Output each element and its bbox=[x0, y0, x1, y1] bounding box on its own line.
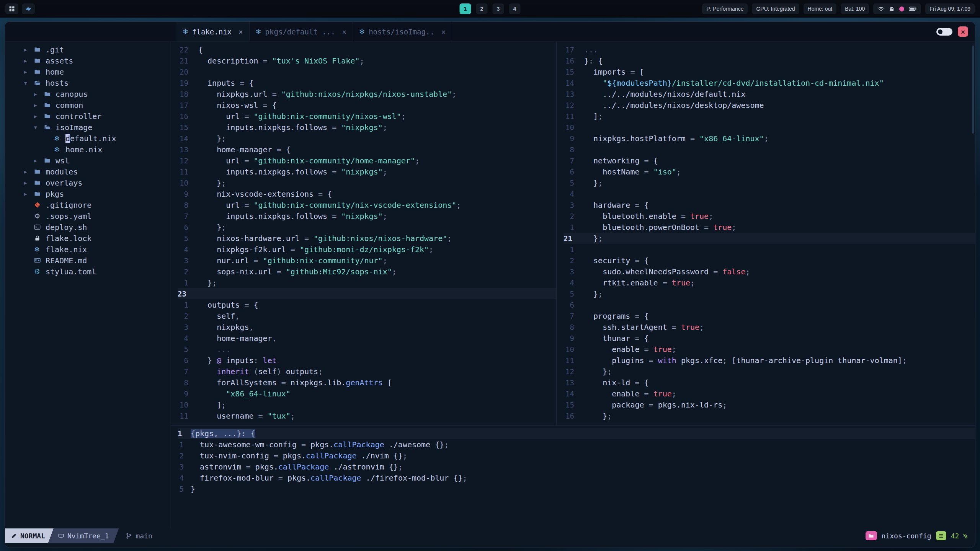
window-close-button[interactable]: × bbox=[958, 26, 968, 37]
code-line[interactable]: 13 ../../modules/nixos/default.nix bbox=[564, 88, 975, 99]
code-line[interactable]: 13 nix-ld = { bbox=[564, 377, 975, 388]
code-line[interactable]: 6 }; bbox=[178, 222, 556, 233]
code-line[interactable]: 11 username = "tux"; bbox=[178, 410, 556, 421]
code-line[interactable]: 6 } @ inputs: let bbox=[178, 355, 556, 366]
code-line[interactable]: 11 inputs.nixpkgs.follows = "nixpkgs"; bbox=[178, 166, 556, 177]
code-line[interactable]: 4 rtkit.enable = true; bbox=[564, 277, 975, 288]
tree-item-wsl[interactable]: ▸wsl bbox=[5, 155, 170, 166]
battery-icon[interactable] bbox=[909, 7, 916, 11]
workspace-button-3[interactable]: 3 bbox=[493, 3, 504, 14]
code-line[interactable]: 3 sudo.wheelNeedsPassword = false; bbox=[564, 266, 975, 277]
code-line[interactable]: 5 }; bbox=[564, 177, 975, 188]
tree-item-modules[interactable]: ▸modules bbox=[5, 166, 170, 177]
code-line[interactable]: 13 home-manager = { bbox=[178, 144, 556, 155]
code-line[interactable]: 3 astronvim = pkgs.callPackage ./astronv… bbox=[178, 461, 975, 472]
code-line[interactable]: 7 inherit (self) outputs; bbox=[178, 366, 556, 377]
code-line[interactable]: 5 nixos-hardware.url = "github:nixos/nix… bbox=[178, 233, 556, 244]
code-line[interactable]: 4 home-manager, bbox=[178, 333, 556, 344]
code-line[interactable]: 1 }; bbox=[178, 277, 556, 288]
tree-item-.git[interactable]: ▸.git bbox=[5, 44, 170, 55]
tree-item-isoImage[interactable]: ▾isoImage bbox=[5, 122, 170, 133]
code-line[interactable]: 16}: { bbox=[564, 55, 975, 66]
status-chip-battery[interactable]: Bat: 100 bbox=[841, 3, 869, 14]
code-line[interactable]: 4 firefox-mod-blur = pkgs.callPackage ./… bbox=[178, 472, 975, 483]
editor-iso[interactable]: 17...16}: {15 imports = [14 "${modulesPa… bbox=[557, 42, 975, 425]
tree-item-common[interactable]: ▸common bbox=[5, 99, 170, 111]
tree-item-controller[interactable]: ▸controller bbox=[5, 111, 170, 122]
code-line[interactable]: 10 ]; bbox=[178, 399, 556, 410]
code-line[interactable]: 7 networking = { bbox=[564, 155, 975, 166]
code-line[interactable]: 22{ bbox=[178, 44, 556, 55]
tree-item-README.md[interactable]: README.md bbox=[5, 255, 170, 266]
tree-item-.sops.yaml[interactable]: ⚙.sops.yaml bbox=[5, 210, 170, 222]
code-line[interactable]: 12 }; bbox=[564, 366, 975, 377]
code-line[interactable]: 17... bbox=[564, 44, 975, 55]
tree-item-.gitignore[interactable]: .gitignore bbox=[5, 199, 170, 210]
code-line[interactable]: 6 hostName = "iso"; bbox=[564, 166, 975, 177]
code-line[interactable]: 2 self, bbox=[178, 310, 556, 321]
workspace-button-2[interactable]: 2 bbox=[476, 3, 488, 14]
code-line[interactable]: 2 security = { bbox=[564, 255, 975, 266]
code-line[interactable]: 14 "${modulesPath}/installer/cd-dvd/inst… bbox=[564, 77, 975, 88]
wifi-icon[interactable] bbox=[878, 6, 884, 12]
code-line[interactable]: 10 enable = true; bbox=[564, 344, 975, 355]
editor-pkgs[interactable]: 1{pkgs, ...}: {1 tux-awesome-wm-config =… bbox=[171, 425, 975, 528]
code-line[interactable]: 3 nixpkgs, bbox=[178, 321, 556, 333]
code-line[interactable]: 9 nix-vscode-extensions = { bbox=[178, 188, 556, 199]
code-line[interactable]: 19 inputs = { bbox=[178, 77, 556, 88]
code-line[interactable]: 14 enable = true; bbox=[564, 388, 975, 399]
workspace-button-1[interactable]: 1 bbox=[460, 3, 471, 14]
code-line[interactable]: 2 tux-nvim-config = pkgs.callPackage ./n… bbox=[178, 450, 975, 461]
editor-flake[interactable]: 22{21 description = "tux's NixOS Flake";… bbox=[171, 42, 557, 425]
code-line[interactable]: 5 ... bbox=[178, 344, 556, 355]
code-line[interactable]: 7 programs = { bbox=[564, 310, 975, 321]
tree-item-flake.lock[interactable]: flake.lock bbox=[5, 233, 170, 244]
code-line[interactable]: 16 }; bbox=[564, 410, 975, 421]
code-line[interactable]: 17 nixos-wsl = { bbox=[178, 99, 556, 111]
code-line[interactable]: 9 thunar = { bbox=[564, 333, 975, 344]
tree-item-pkgs[interactable]: ▸pkgs bbox=[5, 188, 170, 199]
code-line[interactable]: 21 description = "tux's NixOS Flake"; bbox=[178, 55, 556, 66]
code-line[interactable]: 10 bbox=[564, 122, 975, 133]
code-line[interactable]: 23 bbox=[178, 288, 556, 299]
code-line[interactable]: 14 }; bbox=[178, 133, 556, 144]
code-line[interactable]: 16 url = "github:nix-community/nixos-wsl… bbox=[178, 111, 556, 122]
code-line[interactable]: 8 url = "github:nix-community/nix-vscode… bbox=[178, 199, 556, 210]
app-launcher-button[interactable] bbox=[5, 3, 18, 14]
code-line[interactable]: 18 nixpkgs.url = "github:nixos/nixpkgs/n… bbox=[178, 88, 556, 99]
pin-toggle[interactable] bbox=[936, 28, 952, 36]
code-line[interactable]: 9 "x86_64-linux" bbox=[178, 388, 556, 399]
code-line[interactable]: 12 ../../modules/nixos/desktop/awesome bbox=[564, 99, 975, 111]
tab-close-icon[interactable]: × bbox=[238, 28, 243, 36]
code-line[interactable]: 5 }; bbox=[564, 288, 975, 299]
code-line[interactable]: 15 inputs.nixpkgs.follows = "nixpkgs"; bbox=[178, 122, 556, 133]
buffer-tab-pkgs/default ...[interactable]: ❄pkgs/default ...× bbox=[250, 22, 353, 41]
code-line[interactable]: 1{pkgs, ...}: { bbox=[178, 428, 975, 439]
code-line[interactable]: 11 plugins = with pkgs.xfce; [thunar-arc… bbox=[564, 355, 975, 366]
code-line[interactable]: 10 }; bbox=[178, 177, 556, 188]
tree-item-flake.nix[interactable]: ❄flake.nix bbox=[5, 244, 170, 255]
tree-item-hosts[interactable]: ▾hosts bbox=[5, 77, 170, 88]
status-chip-power-profile[interactable]: P: Performance bbox=[702, 3, 748, 14]
tree-item-overlays[interactable]: ▸overlays bbox=[5, 177, 170, 188]
tree-item-canopus[interactable]: ▸canopus bbox=[5, 88, 170, 99]
code-line[interactable]: 2 bluetooth.enable = true; bbox=[564, 210, 975, 222]
code-line[interactable]: 3 nur.url = "github:nix-community/nur"; bbox=[178, 255, 556, 266]
record-dot-icon[interactable] bbox=[899, 7, 904, 11]
code-line[interactable]: 15 imports = [ bbox=[564, 66, 975, 77]
code-line[interactable]: 1 bbox=[564, 244, 975, 255]
clock[interactable]: Fri Aug 09, 17:09 bbox=[925, 3, 975, 14]
code-line[interactable]: 4 bbox=[564, 188, 975, 199]
code-line[interactable]: 15 package = pkgs.nix-ld-rs; bbox=[564, 399, 975, 410]
code-line[interactable]: 2 sops-nix.url = "github:Mic92/sops-nix"… bbox=[178, 266, 556, 277]
code-line[interactable]: 5} bbox=[178, 483, 975, 494]
buffer-tab-flake.nix[interactable]: ❄flake.nix× bbox=[176, 22, 250, 41]
code-line[interactable]: 8 ssh.startAgent = true; bbox=[564, 321, 975, 333]
code-line[interactable]: 8 bbox=[564, 144, 975, 155]
code-line[interactable]: 12 url = "github:nix-community/home-mana… bbox=[178, 155, 556, 166]
code-line[interactable]: 1 outputs = { bbox=[178, 299, 556, 310]
code-line[interactable]: 6 bbox=[564, 299, 975, 310]
tab-close-icon[interactable]: × bbox=[342, 28, 346, 36]
tree-item-default.nix[interactable]: ❄default.nix bbox=[5, 133, 170, 144]
code-line[interactable]: 7 inputs.nixpkgs.follows = "nixpkgs"; bbox=[178, 210, 556, 222]
